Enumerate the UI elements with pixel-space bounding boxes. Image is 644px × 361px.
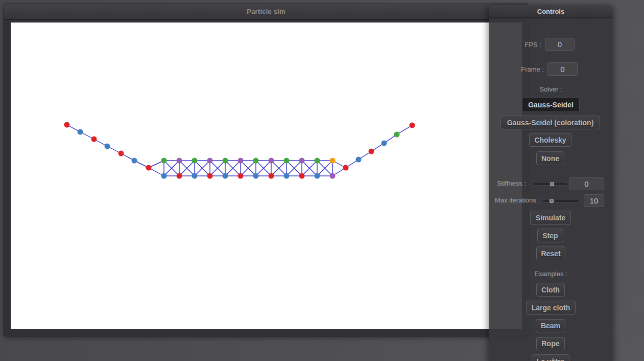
particle-node[interactable]	[315, 173, 320, 179]
particle-node[interactable]	[64, 122, 70, 128]
particle-node[interactable]	[315, 158, 320, 164]
particle-node[interactable]	[177, 173, 182, 179]
particle-node[interactable]	[118, 151, 124, 156]
stiffness-label: Stiffness :	[489, 180, 526, 187]
particle-node[interactable]	[299, 158, 305, 164]
solver-none-button[interactable]: None	[536, 151, 564, 165]
particle-sim-window: Particle sim	[4, 4, 529, 336]
example-le-votre-button[interactable]: Le vôtre	[532, 354, 569, 361]
particle-node[interactable]	[192, 158, 198, 164]
particle-node[interactable]	[330, 158, 336, 164]
particle-node[interactable]	[284, 158, 290, 164]
solver-cholesky-button[interactable]: Cholesky	[529, 133, 571, 147]
particle-node[interactable]	[207, 158, 213, 164]
simulate-button[interactable]: Simulate	[530, 211, 571, 225]
particle-node[interactable]	[238, 173, 244, 179]
max-iterations-value-box[interactable]: 10	[584, 194, 604, 207]
controls-titlebar[interactable]: Controls	[489, 5, 612, 18]
simulation-svg[interactable]	[11, 22, 522, 329]
particle-node[interactable]	[91, 137, 97, 142]
particle-node[interactable]	[177, 158, 182, 164]
particle-node[interactable]	[223, 173, 228, 179]
fps-value-box: 0	[545, 38, 575, 51]
controls-body: FPS : 0 Frame : 0 Solver : Gauss-Seidel …	[489, 18, 612, 361]
particle-node[interactable]	[381, 141, 387, 146]
simulation-canvas[interactable]	[11, 22, 522, 329]
controls-window: Controls FPS : 0 Frame : 0 Solver : Gaus…	[489, 5, 612, 361]
examples-label: Examples :	[489, 270, 612, 278]
particle-node[interactable]	[369, 149, 374, 154]
solver-gauss-seidel-button[interactable]: Gauss-Seidel	[522, 98, 580, 112]
stiffness-slider-thumb[interactable]	[549, 182, 555, 187]
particle-node[interactable]	[253, 158, 259, 164]
example-large-cloth-button[interactable]: Large cloth	[526, 301, 576, 315]
max-iterations-label: Max iterations :	[489, 197, 540, 204]
particle-node[interactable]	[238, 158, 244, 164]
particle-node[interactable]	[284, 173, 290, 179]
max-iterations-slider[interactable]	[543, 196, 579, 206]
controls-title: Controls	[537, 8, 564, 15]
fps-label: FPS :	[489, 41, 541, 49]
step-button[interactable]: Step	[537, 229, 563, 242]
solver-label: Solver :	[489, 86, 612, 93]
particle-node[interactable]	[78, 129, 83, 135]
particle-node[interactable]	[223, 158, 228, 164]
stiffness-value-box[interactable]: 0	[569, 177, 604, 190]
particle-node[interactable]	[105, 144, 110, 149]
particle-node[interactable]	[299, 173, 305, 179]
particle-node[interactable]	[410, 123, 415, 128]
particle-node[interactable]	[132, 158, 137, 164]
particle-node[interactable]	[161, 173, 167, 179]
particle-node[interactable]	[394, 132, 400, 138]
particle-sim-title: Particle sim	[247, 8, 285, 15]
particle-node[interactable]	[343, 165, 349, 171]
particle-node[interactable]	[146, 165, 152, 171]
particle-node[interactable]	[356, 157, 362, 163]
example-beam-button[interactable]: Beam	[536, 319, 565, 332]
particle-node[interactable]	[253, 173, 259, 179]
particle-node[interactable]	[269, 173, 274, 179]
particle-node[interactable]	[192, 173, 198, 179]
particle-node[interactable]	[269, 158, 274, 164]
particle-sim-titlebar[interactable]: Particle sim	[4, 4, 528, 20]
solver-gauss-seidel-coloration-button[interactable]: Gauss-Seidel (coloration)	[500, 116, 600, 129]
particle-node[interactable]	[207, 173, 213, 179]
frame-value-box: 0	[547, 62, 578, 76]
example-rope-button[interactable]: Rope	[536, 337, 565, 350]
reset-button[interactable]: Reset	[536, 246, 565, 260]
example-cloth-button[interactable]: Cloth	[536, 283, 565, 297]
max-iterations-slider-thumb[interactable]	[548, 198, 554, 204]
particle-node[interactable]	[161, 158, 167, 164]
frame-label: Frame :	[489, 66, 544, 73]
particle-node[interactable]	[330, 173, 336, 179]
stiffness-slider[interactable]	[534, 179, 567, 189]
